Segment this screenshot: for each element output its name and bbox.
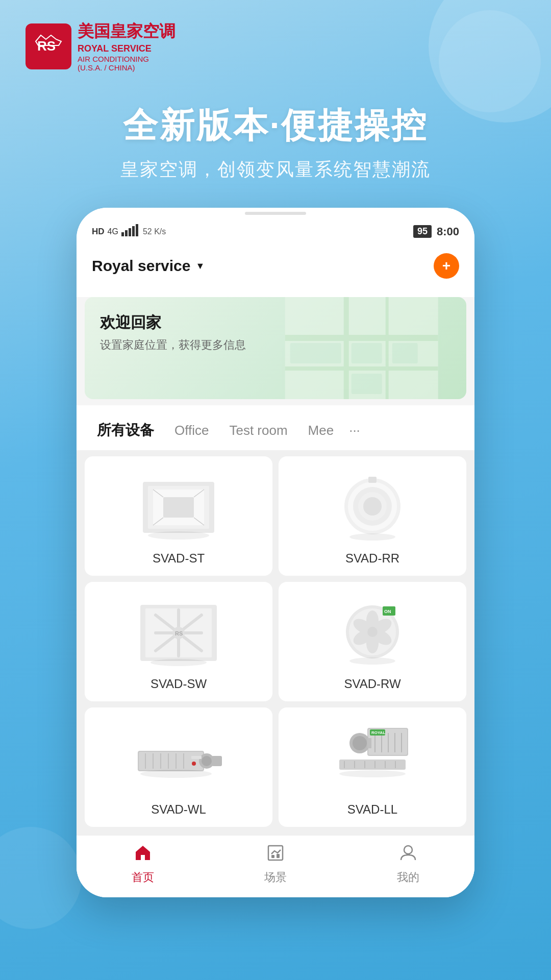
svg-rect-2 <box>121 232 124 236</box>
speed-display: 52 K/s <box>143 227 166 236</box>
phone-mockup: HD 4G 52 K/s 95 8:00 <box>77 208 474 897</box>
add-icon: + <box>442 258 450 274</box>
map-text: 欢迎回家 设置家庭位置，获得更多信息 <box>100 312 246 353</box>
device-image-svad-ll: ROYAL <box>327 723 418 794</box>
app-content: 欢迎回家 设置家庭位置，获得更多信息 所有设备 Office Test room… <box>77 297 474 897</box>
signal-bars <box>121 224 140 239</box>
device-card-svad-wl[interactable]: SVAD-WL <box>85 707 272 827</box>
scene-icon <box>266 844 285 867</box>
svg-rect-5 <box>132 226 135 236</box>
device-name-svad-st: SVAD-ST <box>153 551 205 566</box>
nav-item-profile[interactable]: 我的 <box>397 844 419 885</box>
device-name-svad-sw: SVAD-SW <box>151 677 207 691</box>
add-button[interactable]: + <box>434 253 459 279</box>
device-grid: SVAD-ST <box>77 450 474 835</box>
svg-rect-30 <box>368 477 377 483</box>
svg-rect-61 <box>212 756 222 766</box>
svg-rect-4 <box>129 228 131 236</box>
svg-rect-92 <box>271 855 274 858</box>
hero-title: 全新版本·便捷操控 <box>20 103 531 149</box>
notch-line <box>245 212 306 215</box>
logo: RS 美国皇家空调 ROYAL SERVICE AIR CONDITIONING… <box>26 20 176 72</box>
svg-point-70 <box>140 770 212 778</box>
svg-rect-12 <box>351 343 382 363</box>
brand-english-2: AIR CONDITIONING <box>78 55 176 63</box>
svg-rect-58 <box>139 752 203 770</box>
svg-text:ON: ON <box>384 609 391 614</box>
svg-point-74 <box>353 736 367 750</box>
profile-icon <box>399 844 417 867</box>
svg-rect-91 <box>268 846 283 860</box>
device-image-svad-sw: RS <box>133 597 224 669</box>
battery-level: 95 <box>417 226 428 236</box>
status-bar: HD 4G 52 K/s 95 8:00 <box>77 215 474 243</box>
location-selector[interactable]: Royal service ▼ <box>92 257 205 275</box>
svg-rect-68 <box>191 756 202 759</box>
device-card-svad-sw[interactable]: RS SVAD-SW <box>85 582 272 701</box>
device-tabs: 所有设备 Office Test room Mee ··· <box>77 405 474 450</box>
svg-point-24 <box>148 531 209 540</box>
device-image-svad-rr <box>327 472 418 543</box>
brand-english-3: (U.S.A. / CHINA) <box>78 63 176 72</box>
svg-text:ROYAL: ROYAL <box>371 730 385 735</box>
brand-chinese: 美国皇家空调 <box>78 20 176 43</box>
svg-point-53 <box>367 627 378 637</box>
logo-icon: RS <box>26 23 71 69</box>
svg-text:RS: RS <box>175 630 183 636</box>
svg-point-56 <box>349 657 395 665</box>
svg-point-29 <box>363 497 382 516</box>
time-display: 8:00 <box>437 225 459 238</box>
nav-label-profile: 我的 <box>397 870 419 885</box>
dropdown-arrow-icon: ▼ <box>195 261 205 272</box>
svg-rect-15 <box>290 343 341 363</box>
map-welcome-subtitle: 设置家庭位置，获得更多信息 <box>100 337 246 353</box>
tab-mee[interactable]: Mee <box>298 418 344 444</box>
map-background <box>257 297 466 399</box>
device-name-svad-ll: SVAD-LL <box>347 802 397 817</box>
hero-section: 全新版本·便捷操控 皇家空调，创领变风量系统智慧潮流 <box>0 82 551 208</box>
device-card-svad-st[interactable]: SVAD-ST <box>85 456 272 576</box>
map-welcome-title: 欢迎回家 <box>100 312 246 333</box>
brand-english-1: ROYAL SERVICE <box>78 43 176 55</box>
nav-item-scene[interactable]: 场景 <box>264 844 287 885</box>
device-image-svad-st <box>133 472 224 543</box>
svg-rect-13 <box>392 343 417 363</box>
device-image-svad-rw: ON <box>327 597 418 669</box>
device-name-svad-rw: SVAD-RW <box>344 677 400 691</box>
phone-wrapper: HD 4G 52 K/s 95 8:00 <box>0 208 551 928</box>
logo-text-block: 美国皇家空调 ROYAL SERVICE AIR CONDITIONING (U… <box>78 20 176 72</box>
svg-point-69 <box>192 762 196 766</box>
svg-point-60 <box>202 756 212 766</box>
app-top-bar: Royal service ▼ + <box>77 243 474 289</box>
device-card-svad-rr[interactable]: SVAD-RR <box>279 456 466 576</box>
device-card-svad-rw[interactable]: ON SVAD-RW <box>279 582 466 701</box>
tab-all-devices[interactable]: 所有设备 <box>87 415 164 445</box>
svg-point-90 <box>339 770 406 777</box>
svg-rect-6 <box>136 224 138 236</box>
location-text: Royal service <box>92 257 190 275</box>
status-left: HD 4G 52 K/s <box>92 224 166 239</box>
nav-item-home[interactable]: 首页 <box>132 844 154 885</box>
nav-label-scene: 场景 <box>264 870 287 885</box>
map-banner[interactable]: 欢迎回家 设置家庭位置，获得更多信息 <box>85 297 466 399</box>
svg-point-31 <box>349 533 395 541</box>
signal-type: 4G <box>108 227 118 236</box>
svg-point-94 <box>404 846 412 854</box>
nav-label-home: 首页 <box>132 870 154 885</box>
svg-rect-75 <box>367 738 371 748</box>
svg-rect-93 <box>277 854 280 858</box>
bottom-navigation: 首页 场景 <box>77 835 474 897</box>
device-name-svad-wl: SVAD-WL <box>151 802 206 817</box>
svg-rect-19 <box>163 497 194 518</box>
device-name-svad-rr: SVAD-RR <box>345 551 399 566</box>
app-header: RS 美国皇家空调 ROYAL SERVICE AIR CONDITIONING… <box>0 0 551 82</box>
svg-rect-3 <box>125 230 128 236</box>
network-icon: HD <box>92 227 105 237</box>
device-card-svad-ll[interactable]: ROYAL SVAD-LL <box>279 707 466 827</box>
svg-point-44 <box>151 659 207 666</box>
hero-subtitle: 皇家空调，创领变风量系统智慧潮流 <box>20 157 531 182</box>
tab-test-room[interactable]: Test room <box>219 418 297 444</box>
notch-bar <box>77 208 474 215</box>
tab-office[interactable]: Office <box>164 418 219 444</box>
tabs-more[interactable]: ··· <box>344 418 365 444</box>
